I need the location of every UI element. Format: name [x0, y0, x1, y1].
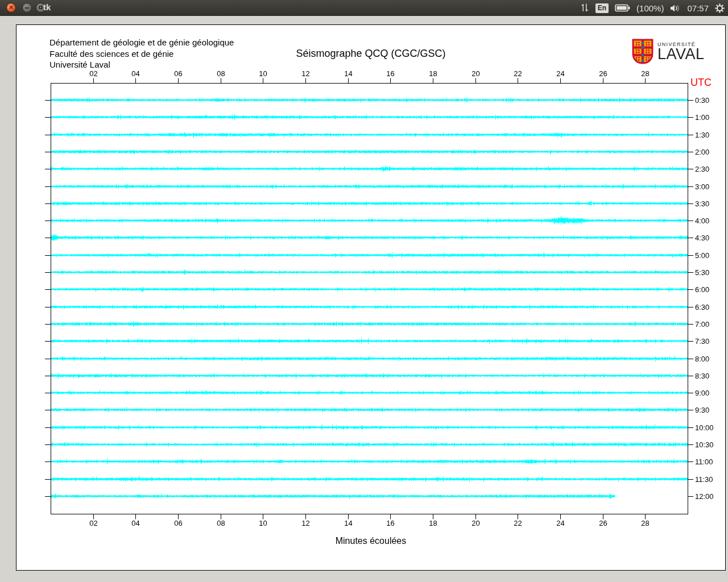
battery-icon[interactable]	[615, 4, 630, 12]
laval-wordmark-line2: LAVAL	[657, 47, 705, 61]
window-title: tk	[43, 2, 51, 12]
volume-icon[interactable]	[670, 4, 681, 13]
seismogram-plot-canvas	[16, 25, 725, 570]
panel-indicators: En (100%) 07:57	[581, 0, 725, 16]
battery-percent: (100%)	[636, 3, 664, 13]
top-panel: × tk En (100%)	[0, 0, 728, 16]
header-line-3: Université Laval	[49, 59, 234, 70]
session-gear-icon[interactable]	[715, 3, 725, 13]
utc-label: UTC	[690, 77, 712, 89]
laval-shield-icon	[632, 39, 653, 64]
clock[interactable]: 07:57	[687, 3, 709, 13]
minimize-icon	[25, 7, 29, 9]
updown-arrows-icon[interactable]	[581, 3, 589, 13]
maximize-icon	[39, 6, 43, 9]
laval-logo: UNIVERSITÉ LAVAL	[632, 39, 705, 64]
keyboard-layout-indicator[interactable]: En	[595, 3, 609, 13]
seismograph-window: Département de géologie et de génie géol…	[16, 24, 726, 571]
page-title: Séismographe QCQ (CGC/GSC)	[16, 48, 725, 60]
minimize-button[interactable]	[22, 3, 32, 13]
x-axis-label: Minutes écoulées	[16, 536, 725, 546]
laval-wordmark: UNIVERSITÉ LAVAL	[657, 39, 705, 61]
close-button[interactable]: ×	[6, 3, 16, 13]
header-line-1: Département de géologie et de génie géol…	[49, 37, 234, 48]
